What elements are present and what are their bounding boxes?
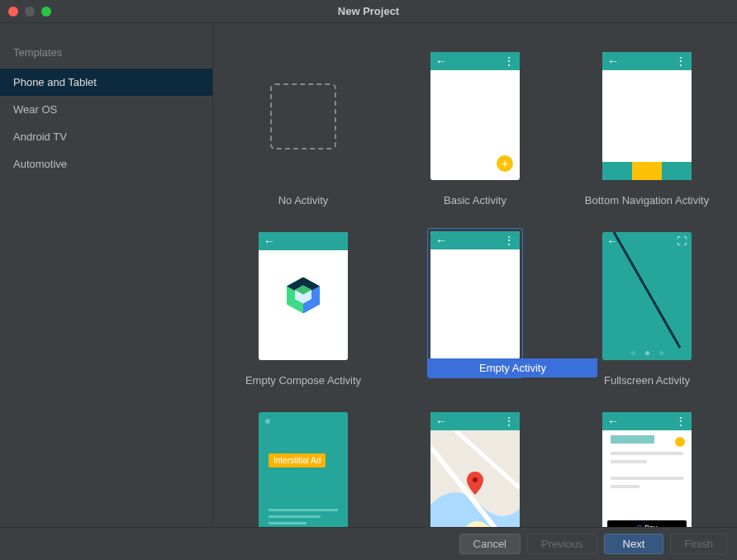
preview-maps: ←⋮ bbox=[430, 412, 520, 527]
star-badge-icon bbox=[675, 437, 685, 447]
next-button[interactable]: Next bbox=[604, 534, 664, 554]
sidebar: Templates Phone and Tablet Wear OS Andro… bbox=[0, 23, 213, 527]
preview-gpay: ←⋮ G G PayPay bbox=[602, 412, 692, 527]
tile-label: Empty Activity bbox=[428, 358, 597, 377]
footer: Cancel Previous Next Finish bbox=[0, 527, 737, 560]
tile-label: Fullscreen Activity bbox=[604, 374, 690, 387]
template-interstitial-ad[interactable]: Interstitial Ad Interstitial Ad bbox=[231, 408, 376, 527]
tile-label: Basic Activity bbox=[444, 194, 506, 206]
sidebar-item-phone-tablet[interactable]: Phone and Tablet bbox=[0, 69, 212, 96]
template-no-activity[interactable]: No Activity bbox=[231, 48, 376, 206]
svg-point-9 bbox=[473, 477, 478, 482]
dashed-placeholder-icon bbox=[270, 83, 336, 149]
sidebar-heading: Templates bbox=[0, 31, 212, 69]
template-empty-activity[interactable]: ←⋮ Empty Activity bbox=[403, 228, 548, 387]
back-arrow-icon: ← bbox=[435, 415, 447, 427]
diagonal-line-icon bbox=[602, 232, 692, 356]
maximize-icon[interactable] bbox=[41, 7, 51, 17]
overflow-menu-icon: ⋮ bbox=[503, 235, 515, 246]
sidebar-item-label: Wear OS bbox=[13, 103, 57, 116]
template-gallery: No Activity ←⋮ + Basic Activity ←⋮ Botto… bbox=[213, 23, 737, 527]
compose-logo-icon bbox=[287, 277, 320, 316]
finish-button: Finish bbox=[670, 534, 727, 554]
overflow-menu-icon: ⋮ bbox=[675, 55, 687, 67]
back-arrow-icon: ← bbox=[607, 55, 619, 67]
placeholder-lines bbox=[269, 509, 338, 527]
sidebar-item-wear-os[interactable]: Wear OS bbox=[0, 96, 212, 123]
window-controls bbox=[0, 7, 51, 17]
preview-compose: ← bbox=[259, 232, 348, 360]
ad-chip: Interstitial Ad bbox=[269, 453, 326, 467]
page-indicator bbox=[602, 351, 692, 355]
template-basic-activity[interactable]: ←⋮ + Basic Activity bbox=[403, 48, 548, 206]
preview-fullscreen: ←⛶ bbox=[602, 232, 692, 360]
tile-label: Empty Compose Activity bbox=[245, 374, 361, 387]
preview-ad: Interstitial Ad bbox=[259, 412, 348, 527]
tile-label: No Activity bbox=[278, 194, 329, 206]
back-arrow-icon: ← bbox=[435, 55, 447, 67]
back-arrow-icon: ← bbox=[435, 235, 447, 246]
template-empty-compose[interactable]: ← Empty Compose Activity bbox=[231, 228, 376, 387]
overflow-menu-icon: ⋮ bbox=[503, 415, 515, 427]
tile-label: Bottom Navigation Activity bbox=[585, 194, 709, 206]
fab-icon: + bbox=[497, 155, 513, 172]
placeholder-lines bbox=[611, 435, 683, 493]
previous-button: Previous bbox=[527, 534, 597, 554]
cancel-button[interactable]: Cancel bbox=[459, 534, 521, 554]
close-icon[interactable] bbox=[8, 7, 18, 17]
map-icon bbox=[430, 430, 520, 527]
svg-line-5 bbox=[614, 232, 680, 348]
overflow-menu-icon: ⋮ bbox=[675, 415, 687, 427]
window-title: New Project bbox=[338, 5, 399, 17]
preview-empty: ←⋮ bbox=[430, 231, 520, 359]
template-maps[interactable]: ←⋮ Maps Activity bbox=[403, 408, 548, 527]
back-arrow-icon: ← bbox=[264, 235, 275, 247]
titlebar: New Project bbox=[0, 0, 737, 23]
preview-bottom-nav: ←⋮ bbox=[602, 52, 692, 180]
template-bottom-nav[interactable]: ←⋮ Bottom Navigation Activity bbox=[575, 48, 720, 206]
back-arrow-icon: ← bbox=[607, 415, 619, 427]
overflow-menu-icon: ⋮ bbox=[503, 55, 515, 67]
bottom-nav-bar bbox=[602, 162, 692, 180]
preview-basic: ←⋮ + bbox=[430, 52, 520, 180]
minimize-icon[interactable] bbox=[25, 7, 35, 17]
sidebar-item-label: Android TV bbox=[13, 131, 67, 143]
dot-icon bbox=[265, 419, 270, 424]
sidebar-item-label: Automotive bbox=[13, 158, 67, 170]
sidebar-item-label: Phone and Tablet bbox=[13, 76, 97, 88]
preview-no-activity bbox=[259, 52, 348, 180]
template-gpay[interactable]: ←⋮ G G PayPay Google Pay Activity bbox=[575, 408, 720, 527]
sidebar-item-automotive[interactable]: Automotive bbox=[0, 150, 212, 178]
gpay-button: G G PayPay bbox=[607, 520, 687, 527]
sidebar-item-android-tv[interactable]: Android TV bbox=[0, 123, 212, 150]
